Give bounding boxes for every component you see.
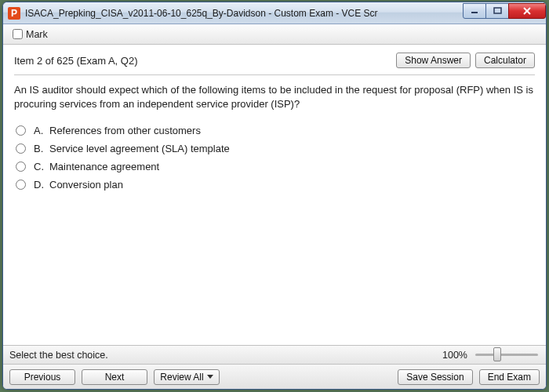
close-button[interactable] (508, 3, 546, 19)
divider (14, 74, 535, 75)
next-button[interactable]: Next (82, 369, 147, 385)
option-a-radio[interactable] (16, 125, 26, 136)
calculator-button[interactable]: Calculator (475, 53, 535, 68)
review-all-button[interactable]: Review All (154, 369, 220, 385)
status-hint: Select the best choice. (9, 350, 442, 361)
mark-toolbar: Mark (3, 24, 546, 45)
mark-checkbox[interactable] (13, 29, 23, 39)
option-b-radio[interactable] (16, 143, 26, 154)
show-answer-button[interactable]: Show Answer (396, 53, 471, 68)
option-c-radio[interactable] (16, 162, 26, 172)
footer-right: Save Session End Exam (391, 369, 540, 385)
review-all-label: Review All (160, 372, 203, 383)
options-group: A. References from other customers B. Se… (14, 122, 535, 194)
mark-label: Mark (26, 29, 48, 40)
close-icon (522, 7, 532, 15)
option-d[interactable]: D. Conversion plan (14, 176, 535, 194)
item-header: Item 2 of 625 (Exam A, Q2) Show Answer C… (14, 53, 535, 68)
option-text: Maintenance agreement (49, 161, 159, 172)
option-c[interactable]: C. Maintenance agreement (14, 158, 535, 176)
maximize-button[interactable] (485, 3, 509, 19)
zoom-percent: 100% (442, 350, 467, 361)
option-a[interactable]: A. References from other customers (14, 122, 535, 140)
zoom-slider[interactable] (475, 354, 538, 356)
window-title: ISACA_Prepking_CISA_v2011-06-10_625q_By-… (25, 8, 464, 19)
option-letter: D. (34, 179, 49, 191)
minimize-icon (471, 8, 478, 14)
maximize-icon (493, 7, 502, 14)
option-d-radio[interactable] (16, 180, 26, 190)
titlebar: P ISACA_Prepking_CISA_v2011-06-10_625q_B… (3, 2, 546, 24)
app-window: P ISACA_Prepking_CISA_v2011-06-10_625q_B… (2, 2, 547, 390)
app-icon: P (8, 7, 20, 20)
option-letter: C. (34, 161, 49, 172)
content-area: Item 2 of 625 (Exam A, Q2) Show Answer C… (3, 45, 546, 345)
end-exam-button[interactable]: End Exam (479, 369, 540, 385)
option-text: Conversion plan (49, 179, 123, 191)
option-letter: B. (34, 143, 49, 154)
option-b[interactable]: B. Service level agreement (SLA) templat… (14, 140, 535, 158)
option-letter: A. (34, 125, 49, 136)
svg-rect-1 (494, 8, 501, 13)
status-bar: Select the best choice. 100% (3, 345, 546, 364)
item-position: Item 2 of 625 (Exam A, Q2) (14, 55, 391, 67)
chevron-down-icon (207, 375, 213, 379)
previous-button[interactable]: Previous (9, 369, 75, 385)
window-controls (464, 3, 546, 19)
option-text: Service level agreement (SLA) template (49, 143, 230, 154)
footer-bar: Previous Next Review All Save Session En… (3, 364, 546, 389)
save-session-button[interactable]: Save Session (398, 369, 472, 385)
question-text: An IS auditor should expect which of the… (14, 83, 535, 111)
option-text: References from other customers (49, 125, 201, 136)
minimize-button[interactable] (463, 3, 486, 19)
